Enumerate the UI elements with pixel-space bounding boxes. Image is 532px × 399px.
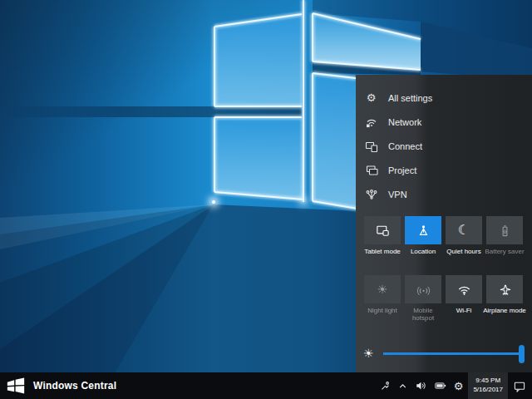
quiet-hours-tile[interactable]: ☾ — [446, 216, 482, 244]
battery-icon — [434, 380, 447, 392]
quick-action-tablet-mode: Tablet mode — [364, 216, 401, 244]
connect-icon — [364, 139, 378, 153]
action-center-panel: ⚙ All settings Network — [356, 75, 532, 372]
clock-date: 5/16/2017 — [473, 386, 503, 395]
location-tile[interactable] — [405, 216, 441, 244]
battery-saver-icon — [497, 223, 513, 239]
action-center-button[interactable] — [510, 372, 530, 399]
tray-app-button[interactable] — [376, 372, 394, 399]
start-button[interactable]: Windows Central — [6, 377, 116, 395]
volume-button[interactable] — [411, 372, 431, 399]
network-icon — [364, 115, 378, 129]
settings-tray-button[interactable]: ⚙ — [451, 372, 467, 399]
volume-icon — [415, 380, 427, 392]
chevron-up-icon — [397, 381, 408, 392]
airplane-icon — [497, 282, 513, 298]
menu-item-label: VPN — [388, 190, 407, 200]
brightness-icon: ☀ — [363, 347, 374, 359]
wifi-icon — [456, 282, 472, 298]
taskbar: Windows Central — [0, 372, 532, 399]
clock-time: 9:45 PM — [475, 377, 500, 386]
tablet-mode-tile[interactable] — [364, 216, 401, 244]
night-light-tile[interactable]: ☀ — [364, 275, 401, 303]
quick-action-location: Location — [405, 216, 441, 244]
brightness-slider[interactable] — [383, 352, 523, 355]
taskbar-clock[interactable]: 9:45 PM 5/16/2017 — [468, 372, 508, 399]
tablet-mode-icon — [375, 223, 391, 239]
wifi-tile[interactable] — [446, 275, 482, 303]
quick-action-airplane-mode: Airplane mode — [486, 275, 523, 303]
quick-action-mobile-hotspot: Mobile hotspot — [405, 275, 441, 303]
windows-logo — [6, 377, 26, 395]
moon-icon: ☾ — [458, 224, 470, 237]
brightness-row: ☀ — [356, 342, 532, 366]
quick-action-wifi: Wi-Fi — [446, 275, 482, 303]
menu-item-label: Project — [388, 165, 416, 175]
menu-item-all-settings[interactable]: ⚙ All settings — [356, 86, 532, 110]
quick-action-night-light: ☀ Night light — [364, 275, 401, 303]
tray-overflow-button[interactable] — [394, 372, 411, 399]
menu-item-vpn[interactable]: VPN — [356, 182, 532, 206]
system-tray: ⚙ 9:45 PM 5/16/2017 — [376, 372, 530, 399]
quick-links-menu: ⚙ All settings Network — [356, 86, 532, 206]
mobile-hotspot-tile[interactable] — [405, 275, 441, 303]
quick-action-quiet-hours: ☾ Quiet hours — [446, 216, 482, 244]
brightness-slider-thumb[interactable] — [519, 345, 525, 363]
gear-icon: ⚙ — [364, 91, 378, 105]
action-center-icon — [513, 380, 526, 392]
menu-item-connect[interactable]: Connect — [356, 134, 532, 158]
taskbar-brand-label: Windows Central — [33, 380, 116, 392]
menu-item-label: All settings — [388, 93, 432, 103]
desktop: ⚙ All settings Network — [0, 0, 532, 399]
project-icon — [364, 163, 378, 177]
quick-action-battery-saver: Battery saver — [486, 216, 523, 244]
gear-icon: ⚙ — [454, 381, 464, 392]
airplane-mode-tile[interactable] — [486, 275, 523, 303]
battery-button[interactable] — [431, 372, 451, 399]
menu-item-network[interactable]: Network — [356, 110, 532, 134]
menu-item-project[interactable]: Project — [356, 158, 532, 182]
menu-item-label: Connect — [388, 141, 422, 151]
location-icon — [416, 223, 431, 239]
hotspot-icon — [416, 282, 431, 298]
menu-item-label: Network — [388, 117, 421, 127]
vpn-icon — [364, 187, 378, 201]
sun-icon: ☀ — [377, 283, 388, 295]
tray-app-icon — [379, 380, 391, 392]
battery-saver-tile[interactable] — [486, 216, 523, 244]
